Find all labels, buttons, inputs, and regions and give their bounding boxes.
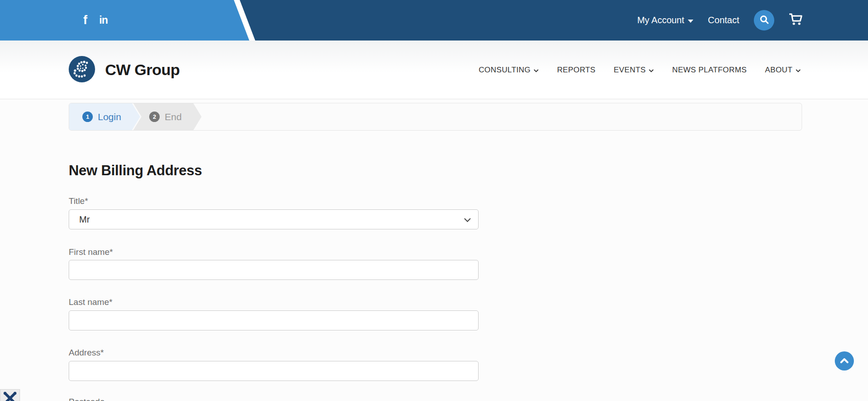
site-header: CW Group CONSULTING REPORTS EVENTS NEWS … — [0, 41, 868, 99]
contact-label: Contact — [708, 15, 739, 25]
cw-group-logo-icon — [69, 56, 95, 84]
title-select-wrap: Mr — [69, 209, 479, 229]
first-name-input[interactable] — [69, 260, 479, 280]
nav-label: NEWS PLATFORMS — [672, 66, 747, 75]
nav-label: REPORTS — [557, 66, 595, 75]
step-number-badge: 2 — [149, 112, 160, 122]
chevron-down-icon — [796, 66, 801, 75]
search-icon — [759, 15, 769, 26]
title-select[interactable]: Mr — [69, 209, 479, 229]
wizard-step-login[interactable]: 1 Login — [69, 103, 140, 130]
nav-label: EVENTS — [614, 66, 646, 75]
my-account-menu[interactable]: My Account — [637, 15, 693, 25]
wizard-step-end[interactable]: 2 End — [133, 103, 202, 130]
last-name-input[interactable] — [69, 310, 479, 330]
facebook-icon[interactable]: f — [83, 14, 87, 26]
postcode-label: Postcode — [69, 397, 105, 401]
chevron-down-icon — [649, 66, 654, 75]
brand-name: CW Group — [105, 61, 180, 79]
title-label: Title* — [69, 196, 88, 206]
step-label: Login — [98, 112, 121, 122]
joomla-icon — [3, 391, 17, 401]
search-button[interactable] — [754, 10, 774, 30]
social-links: f in — [83, 0, 107, 41]
step-number-badge: 1 — [82, 112, 93, 122]
caret-down-icon — [688, 20, 693, 23]
linkedin-icon[interactable]: in — [99, 15, 107, 25]
address-label: Address* — [69, 348, 104, 358]
nav-label: CONSULTING — [479, 66, 530, 75]
nav-item-events[interactable]: EVENTS — [614, 66, 654, 75]
contact-link[interactable]: Contact — [708, 15, 739, 25]
nav-item-about[interactable]: ABOUT — [765, 66, 801, 75]
cart-button[interactable] — [789, 13, 803, 27]
top-bar: f in My Account Contact — [0, 0, 868, 41]
step-label: End — [165, 112, 182, 122]
chevron-down-icon — [534, 66, 539, 75]
wizard-steps-bar: 1 Login 2 End — [69, 103, 802, 131]
address-input[interactable] — [69, 361, 479, 381]
topbar-actions: My Account Contact — [637, 0, 803, 41]
page-title: New Billing Address — [69, 162, 202, 179]
main-navigation: CONSULTING REPORTS EVENTS NEWS PLATFORMS… — [479, 41, 801, 99]
first-name-label: First name* — [69, 247, 113, 257]
last-name-label: Last name* — [69, 297, 112, 307]
chevron-up-icon — [840, 358, 848, 365]
cart-icon — [789, 13, 803, 27]
scroll-to-top-button[interactable] — [835, 351, 854, 371]
nav-item-reports[interactable]: REPORTS — [557, 66, 595, 75]
nav-item-consulting[interactable]: CONSULTING — [479, 66, 539, 75]
nav-item-news-platforms[interactable]: NEWS PLATFORMS — [672, 66, 747, 75]
brand-logo[interactable]: CW Group — [69, 41, 180, 99]
joomla-admin-badge[interactable] — [0, 389, 20, 401]
nav-label: ABOUT — [765, 66, 792, 75]
my-account-label: My Account — [637, 15, 684, 25]
